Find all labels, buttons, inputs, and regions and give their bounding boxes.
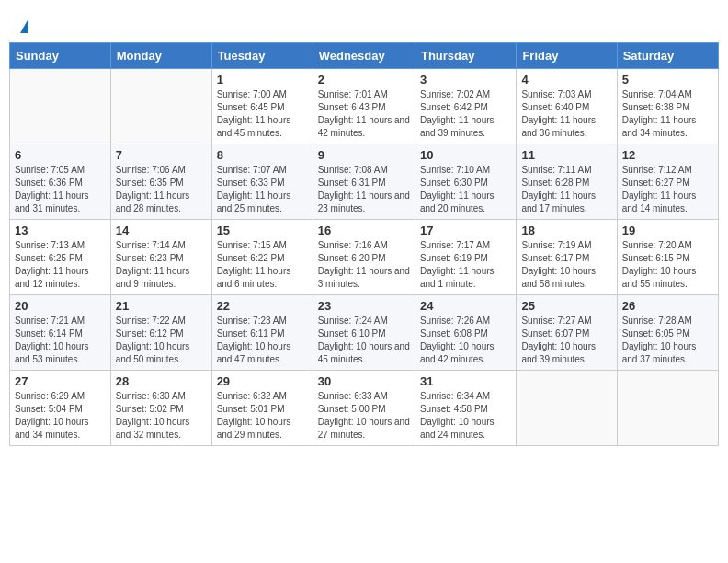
calendar-cell: 31Sunrise: 6:34 AMSunset: 4:58 PMDayligh…	[415, 371, 516, 446]
day-number: 23	[318, 299, 410, 313]
day-detail: Sunrise: 7:07 AMSunset: 6:33 PMDaylight:…	[217, 164, 308, 215]
calendar-cell: 16Sunrise: 7:16 AMSunset: 6:20 PMDayligh…	[313, 220, 415, 295]
calendar-week-2: 6Sunrise: 7:05 AMSunset: 6:36 PMDaylight…	[10, 144, 719, 220]
day-number: 26	[622, 299, 713, 313]
day-number: 24	[420, 299, 511, 313]
day-detail: Sunrise: 7:24 AMSunset: 6:10 PMDaylight:…	[318, 315, 410, 366]
calendar-cell	[10, 69, 111, 144]
day-detail: Sunrise: 6:30 AMSunset: 5:02 PMDaylight:…	[116, 390, 207, 442]
calendar-body: 1Sunrise: 7:00 AMSunset: 6:45 PMDaylight…	[10, 69, 719, 446]
day-detail: Sunrise: 7:14 AMSunset: 6:23 PMDaylight:…	[116, 239, 207, 291]
day-detail: Sunrise: 7:16 AMSunset: 6:20 PMDaylight:…	[318, 239, 410, 291]
day-number: 1	[217, 73, 308, 86]
day-detail: Sunrise: 7:23 AMSunset: 6:11 PMDaylight:…	[217, 315, 308, 366]
calendar-cell: 4Sunrise: 7:03 AMSunset: 6:40 PMDaylight…	[517, 69, 617, 144]
day-detail: Sunrise: 6:33 AMSunset: 5:00 PMDaylight:…	[318, 390, 410, 442]
calendar-cell: 13Sunrise: 7:13 AMSunset: 6:25 PMDayligh…	[10, 220, 111, 295]
day-number: 17	[420, 224, 511, 237]
day-detail: Sunrise: 7:21 AMSunset: 6:14 PMDaylight:…	[15, 315, 106, 366]
calendar-cell: 12Sunrise: 7:12 AMSunset: 6:27 PMDayligh…	[617, 144, 718, 220]
calendar-cell: 30Sunrise: 6:33 AMSunset: 5:00 PMDayligh…	[313, 371, 415, 446]
calendar-header-row: SundayMondayTuesdayWednesdayThursdayFrid…	[10, 43, 719, 69]
day-number: 5	[622, 73, 713, 86]
calendar-cell: 9Sunrise: 7:08 AMSunset: 6:31 PMDaylight…	[313, 144, 415, 220]
day-detail: Sunrise: 7:15 AMSunset: 6:22 PMDaylight:…	[217, 239, 308, 291]
day-detail: Sunrise: 7:04 AMSunset: 6:38 PMDaylight:…	[622, 88, 713, 140]
day-number: 8	[217, 148, 308, 162]
day-detail: Sunrise: 7:28 AMSunset: 6:05 PMDaylight:…	[622, 315, 713, 366]
calendar-cell: 15Sunrise: 7:15 AMSunset: 6:22 PMDayligh…	[211, 220, 313, 295]
day-number: 20	[15, 299, 106, 313]
calendar-cell: 29Sunrise: 6:32 AMSunset: 5:01 PMDayligh…	[211, 371, 313, 446]
header-friday: Friday	[517, 43, 617, 69]
day-number: 11	[521, 148, 611, 162]
calendar-cell: 21Sunrise: 7:22 AMSunset: 6:12 PMDayligh…	[110, 295, 211, 371]
day-number: 19	[622, 224, 713, 237]
calendar-cell: 1Sunrise: 7:00 AMSunset: 6:45 PMDaylight…	[211, 69, 313, 144]
logo	[18, 18, 28, 33]
day-number: 13	[15, 224, 106, 237]
day-number: 6	[15, 148, 106, 162]
calendar-cell: 7Sunrise: 7:06 AMSunset: 6:35 PMDaylight…	[110, 144, 211, 220]
day-detail: Sunrise: 6:32 AMSunset: 5:01 PMDaylight:…	[217, 390, 308, 442]
day-detail: Sunrise: 7:11 AMSunset: 6:28 PMDaylight:…	[521, 164, 611, 215]
calendar-cell: 28Sunrise: 6:30 AMSunset: 5:02 PMDayligh…	[110, 371, 211, 446]
day-number: 31	[420, 374, 511, 388]
day-detail: Sunrise: 7:06 AMSunset: 6:35 PMDaylight:…	[116, 164, 207, 215]
day-number: 3	[420, 73, 511, 86]
day-detail: Sunrise: 7:01 AMSunset: 6:43 PMDaylight:…	[318, 88, 410, 140]
day-detail: Sunrise: 7:00 AMSunset: 6:45 PMDaylight:…	[217, 88, 308, 140]
calendar-cell: 25Sunrise: 7:27 AMSunset: 6:07 PMDayligh…	[517, 295, 617, 371]
day-detail: Sunrise: 7:13 AMSunset: 6:25 PMDaylight:…	[15, 239, 106, 291]
day-number: 30	[318, 374, 410, 388]
day-number: 18	[521, 224, 611, 237]
calendar-table: SundayMondayTuesdayWednesdayThursdayFrid…	[9, 42, 719, 446]
calendar-cell: 6Sunrise: 7:05 AMSunset: 6:36 PMDaylight…	[10, 144, 111, 220]
calendar-cell: 3Sunrise: 7:02 AMSunset: 6:42 PMDaylight…	[415, 69, 516, 144]
day-number: 25	[521, 299, 611, 313]
header-wednesday: Wednesday	[313, 43, 415, 69]
header-monday: Monday	[110, 43, 211, 69]
calendar-week-1: 1Sunrise: 7:00 AMSunset: 6:45 PMDaylight…	[10, 69, 719, 144]
calendar-cell: 24Sunrise: 7:26 AMSunset: 6:08 PMDayligh…	[415, 295, 516, 371]
day-detail: Sunrise: 7:17 AMSunset: 6:19 PMDaylight:…	[420, 239, 511, 291]
header-sunday: Sunday	[10, 43, 111, 69]
day-number: 14	[116, 224, 207, 237]
calendar-cell	[517, 371, 617, 446]
day-number: 16	[318, 224, 410, 237]
day-number: 10	[420, 148, 511, 162]
day-number: 9	[318, 148, 410, 162]
header-saturday: Saturday	[617, 43, 718, 69]
day-number: 29	[217, 374, 308, 388]
day-detail: Sunrise: 7:03 AMSunset: 6:40 PMDaylight:…	[521, 88, 611, 140]
calendar-cell: 26Sunrise: 7:28 AMSunset: 6:05 PMDayligh…	[617, 295, 718, 371]
calendar-cell: 11Sunrise: 7:11 AMSunset: 6:28 PMDayligh…	[517, 144, 617, 220]
calendar-cell: 2Sunrise: 7:01 AMSunset: 6:43 PMDaylight…	[313, 69, 415, 144]
calendar-cell: 17Sunrise: 7:17 AMSunset: 6:19 PMDayligh…	[415, 220, 516, 295]
calendar-cell	[110, 69, 211, 144]
day-number: 15	[217, 224, 308, 237]
day-number: 12	[622, 148, 713, 162]
calendar-week-4: 20Sunrise: 7:21 AMSunset: 6:14 PMDayligh…	[10, 295, 719, 371]
day-detail: Sunrise: 6:29 AMSunset: 5:04 PMDaylight:…	[15, 390, 106, 442]
day-number: 7	[116, 148, 207, 162]
day-detail: Sunrise: 7:26 AMSunset: 6:08 PMDaylight:…	[420, 315, 511, 366]
day-detail: Sunrise: 7:05 AMSunset: 6:36 PMDaylight:…	[15, 164, 106, 215]
day-detail: Sunrise: 7:02 AMSunset: 6:42 PMDaylight:…	[420, 88, 511, 140]
header-thursday: Thursday	[415, 43, 516, 69]
day-number: 22	[217, 299, 308, 313]
header-tuesday: Tuesday	[211, 43, 313, 69]
calendar-cell: 5Sunrise: 7:04 AMSunset: 6:38 PMDaylight…	[617, 69, 718, 144]
day-number: 4	[521, 73, 611, 86]
logo-triangle-icon	[20, 18, 28, 33]
day-detail: Sunrise: 7:10 AMSunset: 6:30 PMDaylight:…	[420, 164, 511, 215]
day-number: 27	[15, 374, 106, 388]
calendar-cell: 27Sunrise: 6:29 AMSunset: 5:04 PMDayligh…	[10, 371, 111, 446]
calendar-cell: 23Sunrise: 7:24 AMSunset: 6:10 PMDayligh…	[313, 295, 415, 371]
calendar-cell: 8Sunrise: 7:07 AMSunset: 6:33 PMDaylight…	[211, 144, 313, 220]
calendar-cell: 19Sunrise: 7:20 AMSunset: 6:15 PMDayligh…	[617, 220, 718, 295]
calendar-week-5: 27Sunrise: 6:29 AMSunset: 5:04 PMDayligh…	[10, 371, 719, 446]
calendar-cell: 10Sunrise: 7:10 AMSunset: 6:30 PMDayligh…	[415, 144, 516, 220]
day-detail: Sunrise: 7:19 AMSunset: 6:17 PMDaylight:…	[521, 239, 611, 291]
day-detail: Sunrise: 6:34 AMSunset: 4:58 PMDaylight:…	[420, 390, 511, 442]
